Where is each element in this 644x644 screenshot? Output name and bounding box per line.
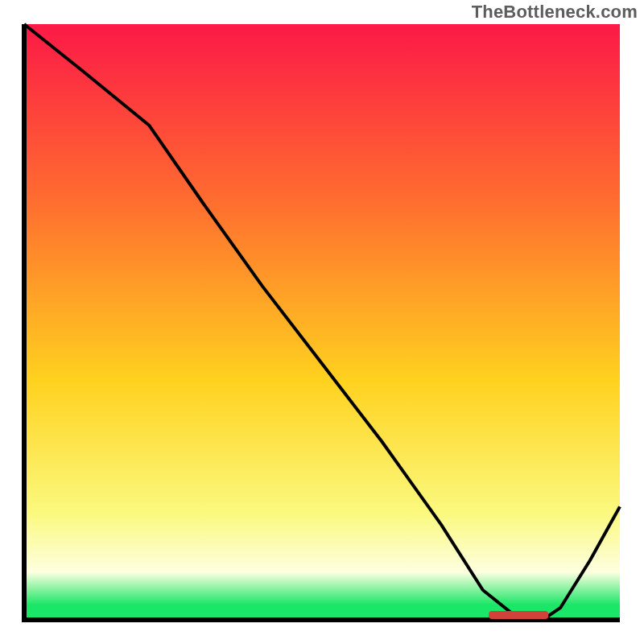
- optimal-marker: [489, 611, 548, 619]
- chart-frame: TheBottleneck.com: [0, 0, 644, 644]
- plot-background: [24, 24, 620, 620]
- bottleneck-chart: [0, 0, 644, 644]
